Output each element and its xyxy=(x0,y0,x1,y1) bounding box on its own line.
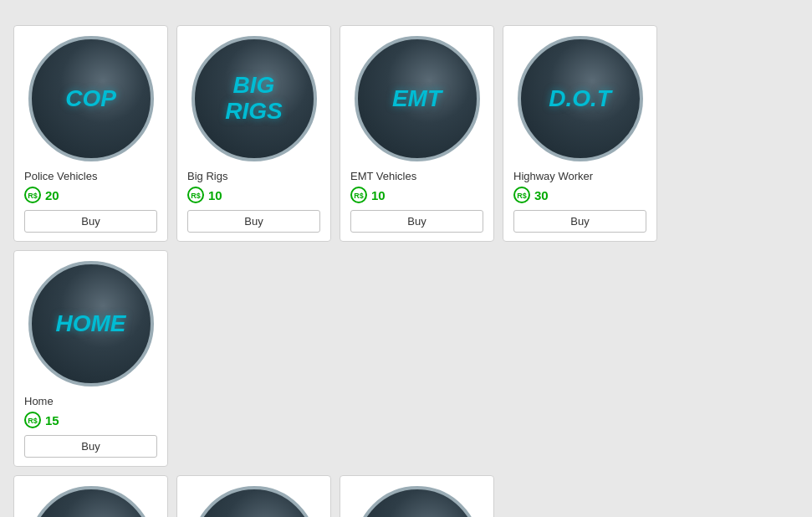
buy-button-big-rigs[interactable]: Buy xyxy=(187,210,320,233)
pass-price-value-dot: 30 xyxy=(534,188,549,202)
buy-button-dot[interactable]: Buy xyxy=(513,210,646,233)
pass-icon-dot: D.O.T xyxy=(518,36,643,161)
robux-icon: R$ xyxy=(350,187,367,203)
pass-icon-free-tolls: FREE TOLLS xyxy=(192,486,317,517)
svg-text:R$: R$ xyxy=(28,417,38,425)
passes-row-2: RADIOCar Radio R$20BuyFREE TOLLSFree Tol… xyxy=(13,475,799,517)
pass-icon-emt: EMT xyxy=(355,36,480,161)
pass-price-value-big-rigs: 10 xyxy=(208,188,222,202)
svg-text:R$: R$ xyxy=(28,192,38,200)
passes-row-1: COPPolice Vehicles R$20BuyBIG RIGSBig Ri… xyxy=(13,25,799,467)
robux-icon: R$ xyxy=(24,412,41,428)
pass-price-dot: R$30 xyxy=(513,187,549,203)
pass-name-dot: Highway Worker xyxy=(513,170,593,182)
pass-name-cop: Police Vehicles xyxy=(24,170,97,182)
robux-icon: R$ xyxy=(187,187,204,203)
pass-icon-text-cop: COP xyxy=(59,86,123,112)
pass-card-gun: GUNGun R$20Buy xyxy=(340,475,494,517)
pass-card-radio: RADIOCar Radio R$20Buy xyxy=(13,475,168,517)
robux-icon: R$ xyxy=(513,187,530,203)
pass-card-dot: D.O.THighway Worker R$30Buy xyxy=(503,25,657,242)
pass-name-big-rigs: Big Rigs xyxy=(187,170,227,182)
pass-card-cop: COPPolice Vehicles R$20Buy xyxy=(13,25,168,242)
buy-button-home[interactable]: Buy xyxy=(24,435,157,458)
pass-icon-text-big-rigs: BIG RIGS xyxy=(218,73,289,125)
pass-card-home: HOMEHome R$15Buy xyxy=(13,250,168,467)
svg-text:R$: R$ xyxy=(354,192,364,200)
pass-price-cop: R$20 xyxy=(24,187,59,203)
page-container: COPPolice Vehicles R$20BuyBIG RIGSBig Ri… xyxy=(13,25,799,517)
pass-icon-big-rigs: BIG RIGS xyxy=(192,36,317,161)
pass-price-value-home: 15 xyxy=(45,413,59,427)
pass-card-big-rigs: BIG RIGSBig Rigs R$10Buy xyxy=(176,25,331,242)
pass-card-emt: EMTEMT Vehicles R$10Buy xyxy=(340,25,494,242)
buy-button-cop[interactable]: Buy xyxy=(24,210,157,233)
pass-icon-text-home: HOME xyxy=(49,311,133,337)
pass-name-home: Home xyxy=(24,395,54,407)
pass-price-big-rigs: R$10 xyxy=(187,187,222,203)
pass-card-free-tolls: FREE TOLLSFree Tolls! -FIXED- R$2Buy xyxy=(176,475,331,517)
pass-icon-radio: RADIO xyxy=(28,486,154,517)
pass-icon-text-emt: EMT xyxy=(386,86,448,112)
pass-icon-text-dot: D.O.T xyxy=(542,86,618,112)
pass-price-home: R$15 xyxy=(24,412,59,428)
pass-name-emt: EMT Vehicles xyxy=(350,170,416,182)
svg-text:R$: R$ xyxy=(517,192,527,200)
robux-icon: R$ xyxy=(24,187,41,203)
buy-button-emt[interactable]: Buy xyxy=(350,210,483,233)
pass-icon-home: HOME xyxy=(28,261,154,386)
svg-text:R$: R$ xyxy=(191,192,201,200)
pass-icon-gun: GUN xyxy=(355,486,480,517)
pass-price-value-cop: 20 xyxy=(45,188,59,202)
pass-icon-cop: COP xyxy=(28,36,154,161)
pass-price-emt: R$10 xyxy=(350,187,386,203)
pass-price-value-emt: 10 xyxy=(371,188,386,202)
